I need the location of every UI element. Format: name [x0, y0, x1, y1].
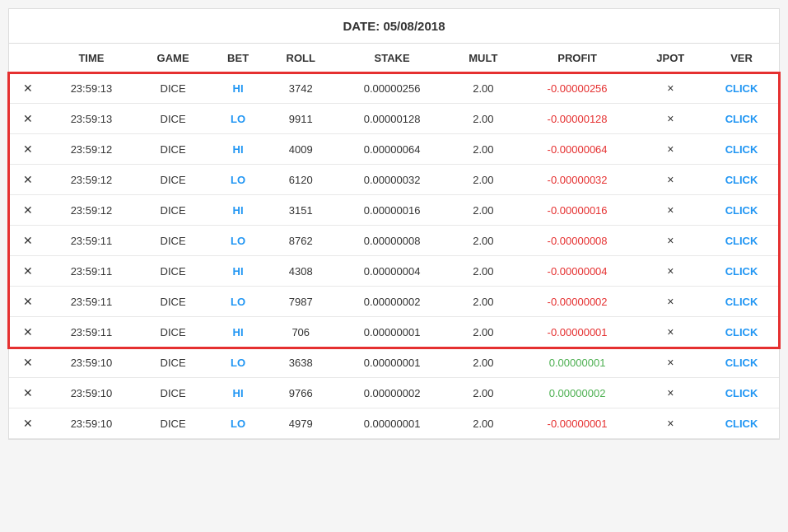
click-link[interactable]: CLICK [725, 418, 758, 430]
cancel-icon: ✕ [23, 417, 33, 430]
row-ver[interactable]: CLICK [704, 317, 779, 348]
row-ver[interactable]: CLICK [704, 287, 779, 317]
row-bet: LO [210, 226, 266, 256]
table-row: ✕ 23:59:13 DICE LO 9911 0.00000128 2.00 … [9, 104, 779, 134]
row-bet: HI [210, 378, 266, 408]
row-icon: ✕ [9, 104, 47, 134]
click-link[interactable]: CLICK [725, 235, 758, 247]
col-header-stake: STAKE [335, 44, 449, 73]
click-link[interactable]: CLICK [725, 113, 758, 125]
row-game: DICE [136, 165, 210, 195]
row-stake: 0.00000001 [335, 348, 449, 378]
row-time: 23:59:13 [47, 104, 137, 134]
col-header-jpot: JPOT [637, 44, 704, 73]
row-time: 23:59:10 [47, 378, 137, 408]
click-link[interactable]: CLICK [725, 357, 758, 369]
col-header-icon [9, 44, 47, 73]
row-bet: HI [210, 73, 266, 104]
jpot-icon: × [667, 356, 674, 369]
row-ver[interactable]: CLICK [704, 226, 779, 256]
click-link[interactable]: CLICK [725, 82, 758, 95]
jpot-icon: × [667, 142, 674, 156]
row-game: DICE [136, 348, 210, 378]
row-roll: 4979 [266, 408, 335, 439]
row-ver[interactable]: CLICK [704, 104, 779, 134]
jpot-icon: × [667, 295, 674, 308]
row-profit: 0.00000002 [518, 378, 637, 408]
jpot-icon: × [667, 82, 674, 95]
row-roll: 3638 [266, 348, 335, 378]
jpot-icon: × [667, 264, 674, 278]
table-row: ✕ 23:59:10 DICE HI 9766 0.00000002 2.00 … [9, 378, 779, 408]
click-link[interactable]: CLICK [725, 143, 758, 156]
row-stake: 0.00000032 [335, 165, 449, 195]
row-icon: ✕ [9, 195, 47, 226]
click-link[interactable]: CLICK [725, 204, 758, 217]
jpot-icon: × [667, 325, 674, 338]
row-ver[interactable]: CLICK [704, 256, 779, 287]
row-jpot: × [637, 226, 704, 256]
row-icon: ✕ [9, 165, 47, 195]
row-bet: LO [210, 104, 266, 134]
click-link[interactable]: CLICK [725, 326, 758, 338]
row-icon: ✕ [9, 73, 47, 104]
row-icon: ✕ [9, 317, 47, 348]
row-bet: HI [210, 195, 266, 226]
row-profit: -0.00000128 [518, 104, 637, 134]
row-time: 23:59:10 [47, 408, 137, 439]
click-link[interactable]: CLICK [725, 265, 758, 278]
row-icon: ✕ [9, 256, 47, 287]
row-ver[interactable]: CLICK [704, 195, 779, 226]
row-icon: ✕ [9, 378, 47, 408]
row-time: 23:59:11 [47, 287, 137, 317]
row-game: DICE [136, 287, 210, 317]
row-time: 23:59:12 [47, 134, 137, 165]
row-bet: LO [210, 287, 266, 317]
row-jpot: × [637, 256, 704, 287]
row-mult: 2.00 [449, 226, 517, 256]
row-roll: 7987 [266, 287, 335, 317]
cancel-icon: ✕ [23, 386, 33, 399]
click-link[interactable]: CLICK [725, 387, 758, 399]
row-ver[interactable]: CLICK [704, 408, 779, 439]
row-mult: 2.00 [449, 104, 517, 134]
row-bet: HI [210, 317, 266, 348]
table-row: ✕ 23:59:10 DICE LO 3638 0.00000001 2.00 … [9, 348, 779, 378]
click-link[interactable]: CLICK [725, 296, 758, 308]
row-stake: 0.00000004 [335, 256, 449, 287]
row-ver[interactable]: CLICK [704, 165, 779, 195]
row-jpot: × [637, 195, 704, 226]
col-header-time: TIME [47, 44, 137, 73]
row-ver[interactable]: CLICK [704, 348, 779, 378]
row-stake: 0.00000016 [335, 195, 449, 226]
col-header-profit: PROFIT [518, 44, 637, 73]
row-mult: 2.00 [449, 317, 517, 348]
click-link[interactable]: CLICK [725, 174, 758, 186]
row-ver[interactable]: CLICK [704, 73, 779, 104]
row-icon: ✕ [9, 226, 47, 256]
row-stake: 0.00000008 [335, 226, 449, 256]
row-profit: -0.00000032 [518, 165, 637, 195]
date-header: DATE: 05/08/2018 [9, 9, 779, 44]
data-table: TIME GAME BET ROLL STAKE MULT PROFIT JPO… [9, 44, 779, 439]
row-mult: 2.00 [449, 287, 517, 317]
row-profit: -0.00000001 [518, 317, 637, 348]
row-time: 23:59:11 [47, 226, 137, 256]
row-roll: 3151 [266, 195, 335, 226]
row-bet: LO [210, 165, 266, 195]
jpot-icon: × [667, 417, 674, 430]
row-mult: 2.00 [449, 195, 517, 226]
row-bet: HI [210, 134, 266, 165]
row-time: 23:59:13 [47, 73, 137, 104]
row-icon: ✕ [9, 287, 47, 317]
row-profit: -0.00000256 [518, 73, 637, 104]
row-profit: -0.00000001 [518, 408, 637, 439]
row-stake: 0.00000001 [335, 317, 449, 348]
row-ver[interactable]: CLICK [704, 378, 779, 408]
cancel-icon: ✕ [23, 356, 33, 369]
row-ver[interactable]: CLICK [704, 134, 779, 165]
row-roll: 9766 [266, 378, 335, 408]
table-row: ✕ 23:59:12 DICE HI 4009 0.00000064 2.00 … [9, 134, 779, 165]
jpot-icon: × [667, 173, 674, 186]
table-row: ✕ 23:59:10 DICE LO 4979 0.00000001 2.00 … [9, 408, 779, 439]
